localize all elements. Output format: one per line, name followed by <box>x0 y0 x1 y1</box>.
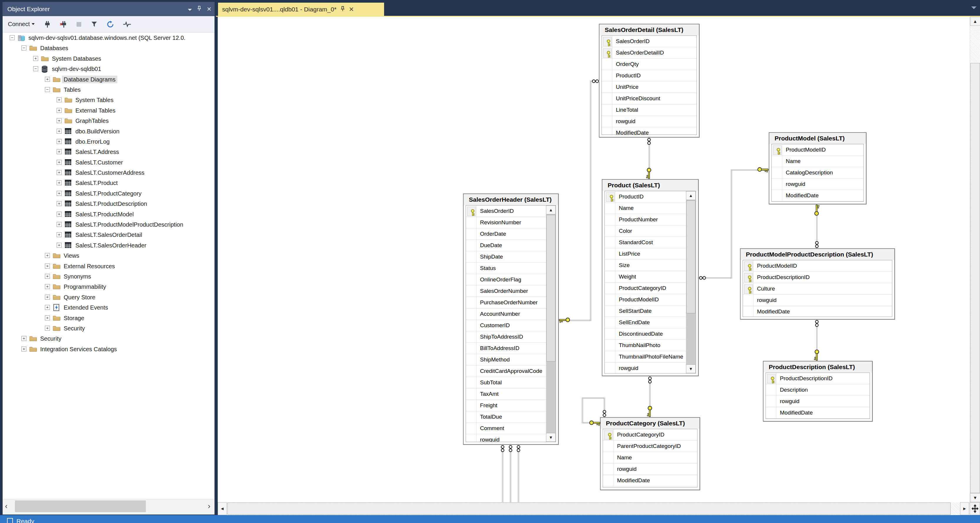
scroll-down-icon[interactable]: ▼ <box>546 433 556 442</box>
tree-item-external-tables[interactable]: +External Tables <box>3 105 215 116</box>
diagram-table-productdescription[interactable]: ProductDescription (SalesLT)ProductDescr… <box>763 361 873 422</box>
tree-expander-icon[interactable]: + <box>45 305 50 310</box>
table-field-row[interactable]: rowguid <box>772 179 864 190</box>
tree-item-saleslt-productcategory[interactable]: +SalesLT.ProductCategory <box>3 188 215 198</box>
table-field-row[interactable]: PurchaseOrderNumber <box>466 297 556 308</box>
tree-expander-icon[interactable]: − <box>45 87 50 92</box>
diagram-canvas[interactable]: SalesOrderDetail (SalesLT)SalesOrderIDSa… <box>218 17 970 502</box>
table-field-row[interactable]: ProductDescriptionID <box>743 272 892 283</box>
pan-button[interactable] <box>970 502 980 515</box>
relationship-line-rel-productcategory-self[interactable] <box>582 398 583 423</box>
tree-expander-icon[interactable]: + <box>57 160 62 165</box>
table-title[interactable]: Product (SalesLT) <box>602 180 698 191</box>
scrollbar-thumb[interactable] <box>546 215 555 361</box>
window-position-icon[interactable] <box>188 2 192 16</box>
tree-item-saleslt-productmodel[interactable]: +SalesLT.ProductModel <box>3 209 215 219</box>
table-field-row[interactable]: ModifiedDate <box>603 475 697 487</box>
tree-item-synonyms[interactable]: +Synonyms <box>3 271 215 281</box>
refresh-icon[interactable] <box>105 20 116 29</box>
table-title[interactable]: ProductCategory (SalesLT) <box>601 418 700 429</box>
table-field-row[interactable]: SalesOrderID <box>466 206 556 217</box>
tree-item-sqlvm-dev-sqldb01[interactable]: −sqlvm-dev-sqldb01 <box>3 63 215 74</box>
table-field-row[interactable]: ProductModelID <box>605 294 696 306</box>
table-field-row[interactable]: ShipMethod <box>466 354 556 366</box>
table-field-row[interactable]: DueDate <box>466 240 556 251</box>
scroll-up-icon[interactable]: ▲ <box>970 17 980 26</box>
tree-expander-icon[interactable]: + <box>45 326 50 331</box>
tree-item-external-resources[interactable]: +External Resources <box>3 261 215 271</box>
table-field-row[interactable]: SellStartDate <box>605 306 696 317</box>
tree-expander-icon[interactable]: + <box>57 232 62 237</box>
table-field-row[interactable]: CreditCardApprovalCode <box>466 366 556 377</box>
scrollbar-thumb[interactable] <box>15 501 146 512</box>
scroll-right-icon[interactable]: ► <box>960 502 969 515</box>
table-field-row[interactable]: rowguid <box>743 295 892 306</box>
diagram-table-productmodel[interactable]: ProductModel (SalesLT)ProductModelIDName… <box>769 132 867 204</box>
tree-item-saleslt-customeraddress[interactable]: +SalesLT.CustomerAddress <box>3 167 215 178</box>
close-icon[interactable]: ✕ <box>207 2 212 16</box>
table-field-row[interactable]: SalesOrderNumber <box>466 285 556 297</box>
scrollbar-thumb[interactable] <box>970 63 980 493</box>
table-field-row[interactable]: ThumbnailPhotoFileName <box>605 351 696 363</box>
tree-expander-icon[interactable]: + <box>57 97 62 102</box>
tree-expander-icon[interactable]: + <box>45 295 50 300</box>
tree-expander-icon[interactable]: − <box>21 46 26 51</box>
diagram-vertical-scrollbar[interactable]: ▲ ▼ <box>970 17 980 502</box>
filter-icon[interactable] <box>89 20 99 29</box>
table-field-row[interactable]: UnitPriceDiscount <box>602 93 697 105</box>
tree-expander-icon[interactable]: − <box>10 35 15 40</box>
scroll-down-icon[interactable]: ▼ <box>970 493 980 502</box>
table-field-row[interactable]: ProductID <box>602 70 697 81</box>
table-field-row[interactable]: ProductNumber <box>605 214 696 225</box>
scroll-up-icon[interactable]: ▲ <box>686 191 696 200</box>
diagram-table-productcategory[interactable]: ProductCategory (SalesLT)ProductCategory… <box>600 417 700 490</box>
tree-item-integration-services-catalogs[interactable]: +Integration Services Catalogs <box>3 344 215 354</box>
table-field-row[interactable]: Culture <box>743 283 892 295</box>
tree-expander-icon[interactable]: + <box>57 180 62 185</box>
table-field-row[interactable]: BillToAddressID <box>466 343 556 354</box>
table-field-row[interactable]: Weight <box>605 271 696 283</box>
table-field-row[interactable]: ModifiedDate <box>743 306 892 317</box>
table-field-row[interactable]: ProductModelID <box>772 144 864 156</box>
table-scrollbar[interactable]: ▲▼ <box>686 191 696 373</box>
tree-item-tables[interactable]: −Tables <box>3 84 215 95</box>
table-field-row[interactable]: Name <box>772 156 864 167</box>
tree-item-sqlvm-dev-sqlsv01-database-windows-net-sql-server-12-0[interactable]: −sqlvm-dev-sqlsv01.database.windows.net … <box>3 33 215 43</box>
pin-icon[interactable] <box>197 2 201 16</box>
tab-diagram[interactable]: sqlvm-dev-sqlsv01....qldb01 - Diagram_0*… <box>218 3 384 16</box>
table-field-row[interactable]: ThumbNailPhoto <box>605 340 696 351</box>
table-field-row[interactable]: OrderDate <box>466 228 556 240</box>
tree-expander-icon[interactable]: + <box>45 315 50 320</box>
diagram-table-salesorderheader[interactable]: SalesOrderHeader (SalesLT)SalesOrderIDRe… <box>463 193 558 445</box>
table-field-row[interactable]: StandardCost <box>605 237 696 248</box>
tree-item-saleslt-customer[interactable]: +SalesLT.Customer <box>3 157 215 167</box>
table-field-row[interactable]: rowguid <box>602 116 697 127</box>
table-field-row[interactable]: Status <box>466 263 556 274</box>
table-field-row[interactable]: SalesOrderID <box>602 36 697 47</box>
tree-item-programmability[interactable]: +Programmability <box>3 281 215 292</box>
table-title[interactable]: ProductModel (SalesLT) <box>769 133 866 144</box>
plug-disconnect-icon[interactable] <box>58 20 68 29</box>
table-field-row[interactable]: ProductDescriptionID <box>766 373 870 384</box>
table-field-row[interactable]: OrderQty <box>602 59 697 70</box>
table-field-row[interactable]: DiscontinuedDate <box>605 328 696 340</box>
table-field-row[interactable]: ModifiedDate <box>772 190 864 201</box>
tree-expander-icon[interactable]: + <box>57 139 62 144</box>
scrollbar-thumb[interactable] <box>228 502 951 515</box>
tree-item-graphtables[interactable]: +GraphTables <box>3 116 215 126</box>
tree-expander-icon[interactable]: + <box>45 77 50 82</box>
table-field-row[interactable]: TaxAmt <box>466 388 556 400</box>
object-explorer-horizontal-scrollbar[interactable]: ‹ › <box>3 499 215 515</box>
tree-expander-icon[interactable]: + <box>57 149 62 154</box>
table-field-row[interactable]: Name <box>605 203 696 214</box>
tree-expander-icon[interactable]: + <box>45 253 50 258</box>
tree-item-views[interactable]: +Views <box>3 250 215 261</box>
tree-item-security[interactable]: +Security <box>3 333 215 344</box>
table-title[interactable]: ProductModelProductDescription (SalesLT) <box>741 249 894 260</box>
tree-item-system-databases[interactable]: +System Databases <box>3 53 215 63</box>
table-field-row[interactable]: rowguid <box>603 463 697 475</box>
tree-item-system-tables[interactable]: +System Tables <box>3 95 215 105</box>
table-field-row[interactable]: ShipToAddressID <box>466 331 556 343</box>
tree-expander-icon[interactable]: + <box>57 212 62 217</box>
table-field-row[interactable]: ProductModelID <box>743 260 892 272</box>
